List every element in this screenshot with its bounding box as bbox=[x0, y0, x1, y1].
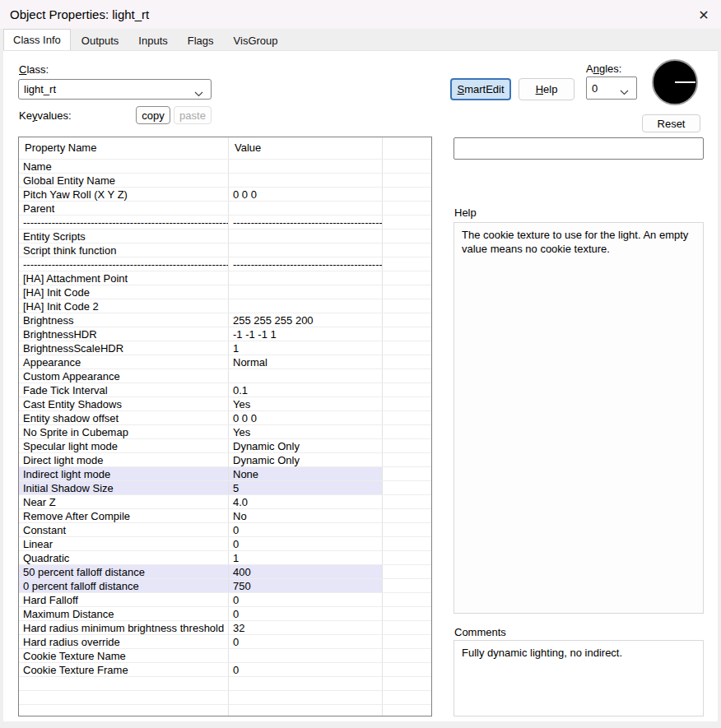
table-row[interactable]: [HA] Init Code bbox=[19, 285, 431, 299]
table-row[interactable]: AppearanceNormal bbox=[19, 355, 431, 369]
table-row[interactable]: Specular light modeDynamic Only bbox=[19, 439, 431, 453]
property-value-cell[interactable] bbox=[229, 202, 383, 215]
property-value-cell[interactable]: None bbox=[229, 467, 383, 480]
property-name-cell[interactable]: Name bbox=[19, 160, 229, 173]
property-name-cell[interactable]: Hard Falloff bbox=[19, 593, 229, 606]
table-row[interactable] bbox=[19, 691, 431, 705]
property-name-cell[interactable]: [HA] Attachment Point bbox=[19, 271, 229, 285]
property-name-cell[interactable]: 50 percent falloff distance bbox=[19, 565, 229, 578]
table-row[interactable]: Cookie Texture Frame0 bbox=[19, 663, 431, 677]
property-name-cell[interactable]: ----------------------------------------… bbox=[19, 216, 229, 229]
property-value-cell[interactable]: 0 bbox=[229, 593, 383, 606]
property-value-cell[interactable] bbox=[229, 677, 383, 690]
property-name-cell[interactable]: Indirect light mode bbox=[19, 467, 229, 480]
table-row[interactable]: Linear0 bbox=[19, 537, 431, 551]
class-combobox[interactable]: light_rt bbox=[18, 79, 212, 100]
table-row[interactable]: Remove After CompileNo bbox=[19, 509, 431, 523]
table-row[interactable]: BrightnessScaleHDR1 bbox=[19, 341, 431, 355]
tab-outputs[interactable]: Outputs bbox=[72, 32, 128, 50]
table-row[interactable]: 50 percent falloff distance400 bbox=[19, 565, 431, 579]
property-value-cell[interactable]: 0 bbox=[229, 635, 383, 648]
property-value-cell[interactable] bbox=[229, 174, 383, 187]
property-name-cell[interactable]: Linear bbox=[19, 537, 229, 550]
property-name-cell[interactable]: Appearance bbox=[19, 355, 229, 369]
property-name-cell[interactable]: Pitch Yaw Roll (X Y Z) bbox=[19, 188, 229, 201]
table-row[interactable]: Quadratic1 bbox=[19, 551, 431, 565]
property-value-cell[interactable]: No bbox=[229, 509, 383, 522]
property-value-cell[interactable]: -1 -1 -1 1 bbox=[229, 327, 383, 341]
copy-button[interactable]: copy bbox=[136, 106, 170, 124]
property-name-cell[interactable]: Entity Scripts bbox=[19, 230, 229, 243]
table-row[interactable]: Hard radius minimum brightness threshold… bbox=[19, 621, 431, 635]
table-row[interactable]: Cast Entity ShadowsYes bbox=[19, 397, 431, 411]
property-name-cell[interactable]: [HA] Init Code 2 bbox=[19, 299, 229, 313]
property-name-cell[interactable] bbox=[19, 705, 229, 716]
property-value-cell[interactable]: 255 255 255 200 bbox=[229, 313, 383, 327]
property-name-cell[interactable]: Cookie Texture Name bbox=[19, 649, 229, 662]
property-name-cell[interactable] bbox=[19, 677, 229, 690]
table-row[interactable]: Pitch Yaw Roll (X Y Z)0 0 0 bbox=[19, 188, 431, 202]
property-value-cell[interactable]: ----------------------------------------… bbox=[229, 216, 383, 229]
property-name-cell[interactable]: Constant bbox=[19, 523, 229, 536]
property-value-cell[interactable]: 5 bbox=[229, 481, 383, 494]
property-name-cell[interactable]: Entity shadow offset bbox=[19, 411, 229, 424]
property-name-cell[interactable]: Script think function bbox=[19, 243, 229, 257]
property-value-cell[interactable]: 4.0 bbox=[229, 495, 383, 508]
property-value-cell[interactable] bbox=[229, 691, 383, 704]
property-name-cell[interactable]: BrightnessHDR bbox=[19, 327, 229, 341]
property-name-cell[interactable]: Remove After Compile bbox=[19, 509, 229, 522]
property-value-cell[interactable] bbox=[229, 649, 383, 662]
property-name-cell[interactable]: Hard radius minimum brightness threshold bbox=[19, 621, 229, 634]
property-value-cell[interactable] bbox=[229, 369, 383, 383]
property-value-cell[interactable] bbox=[229, 160, 383, 173]
table-row[interactable]: Indirect light modeNone bbox=[19, 467, 431, 481]
property-name-cell[interactable]: Brightness bbox=[19, 313, 229, 327]
property-name-cell[interactable]: Hard radius override bbox=[19, 635, 229, 648]
table-row[interactable]: BrightnessHDR-1 -1 -1 1 bbox=[19, 327, 431, 341]
property-value-cell[interactable]: Yes bbox=[229, 425, 383, 438]
close-icon[interactable]: ✕ bbox=[693, 4, 714, 26]
property-value-cell[interactable]: ----------------------------------------… bbox=[229, 257, 383, 271]
property-name-cell[interactable]: No Sprite in Cubemap bbox=[19, 425, 229, 438]
tab-class-info[interactable]: Class Info bbox=[3, 29, 71, 50]
reset-button[interactable]: Reset bbox=[642, 114, 700, 132]
help-button[interactable]: Help bbox=[519, 78, 574, 100]
table-row[interactable] bbox=[19, 705, 431, 716]
property-value-cell[interactable]: 1 bbox=[229, 341, 383, 355]
tab-flags[interactable]: Flags bbox=[179, 32, 223, 50]
table-row[interactable]: Hard radius override0 bbox=[19, 635, 431, 649]
property-value-cell[interactable] bbox=[229, 299, 383, 313]
property-value-cell[interactable] bbox=[229, 230, 383, 243]
property-value-cell[interactable]: 1 bbox=[229, 551, 383, 564]
property-value-cell[interactable]: 32 bbox=[229, 621, 383, 634]
table-row[interactable]: Parent bbox=[19, 202, 431, 216]
table-row[interactable]: Near Z4.0 bbox=[19, 495, 431, 509]
property-name-cell[interactable]: Quadratic bbox=[19, 551, 229, 564]
property-name-cell[interactable]: Cast Entity Shadows bbox=[19, 397, 229, 410]
property-name-cell[interactable]: Parent bbox=[19, 202, 229, 215]
property-name-cell[interactable] bbox=[19, 691, 229, 704]
table-row[interactable]: Direct light modeDynamic Only bbox=[19, 453, 431, 467]
property-value-cell[interactable]: Yes bbox=[229, 397, 383, 410]
smartedit-button[interactable]: SmartEdit bbox=[450, 78, 511, 100]
property-name-cell[interactable]: Maximum Distance bbox=[19, 607, 229, 620]
property-value-cell[interactable] bbox=[229, 285, 383, 299]
separator-row[interactable]: ----------------------------------------… bbox=[19, 257, 431, 271]
property-name-cell[interactable]: [HA] Init Code bbox=[19, 285, 229, 299]
property-table[interactable]: Property Name Value NameGlobal Entity Na… bbox=[18, 137, 432, 716]
property-value-cell[interactable]: 0 0 0 bbox=[229, 411, 383, 424]
table-row[interactable]: Global Entity Name bbox=[19, 174, 431, 188]
table-row[interactable]: 0 percent falloff distance750 bbox=[19, 579, 431, 593]
table-row[interactable]: Constant0 bbox=[19, 523, 431, 537]
property-name-cell[interactable]: Custom Appearance bbox=[19, 369, 229, 383]
property-value-cell[interactable]: 0 bbox=[229, 537, 383, 550]
comments-text-box[interactable]: Fully dynamic lighting, no indirect. bbox=[454, 640, 704, 716]
property-value-cell[interactable]: 0 bbox=[229, 663, 383, 676]
table-row[interactable]: Custom Appearance bbox=[19, 369, 431, 383]
property-name-cell[interactable]: Specular light mode bbox=[19, 439, 229, 452]
table-row[interactable]: Maximum Distance0 bbox=[19, 607, 431, 621]
property-value-cell[interactable]: 0 bbox=[229, 607, 383, 620]
table-row[interactable]: [HA] Attachment Point bbox=[19, 271, 431, 285]
property-name-cell[interactable]: Direct light mode bbox=[19, 453, 229, 466]
property-value-cell[interactable]: Normal bbox=[229, 355, 383, 369]
